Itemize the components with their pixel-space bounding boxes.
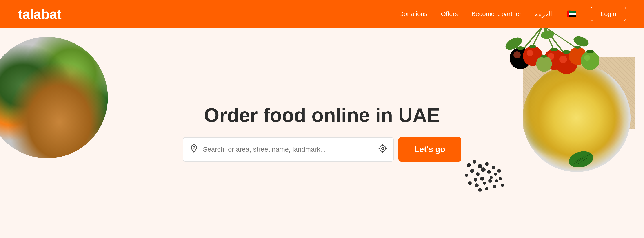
hero-section: Order food online in UAE	[0, 28, 644, 238]
nav-arabic[interactable]: العربية	[535, 10, 552, 18]
svg-point-6	[572, 35, 590, 48]
svg-point-53	[493, 185, 496, 188]
svg-point-41	[474, 178, 477, 181]
svg-point-55	[497, 169, 501, 172]
basil-decoration	[568, 149, 594, 168]
svg-point-51	[478, 188, 482, 192]
svg-point-25	[586, 50, 594, 53]
login-button[interactable]: Login	[591, 7, 626, 21]
svg-point-45	[474, 183, 478, 187]
svg-point-34	[478, 164, 482, 168]
svg-point-42	[487, 170, 491, 174]
svg-point-38	[485, 162, 488, 166]
svg-point-49	[488, 179, 492, 183]
svg-point-56	[501, 184, 504, 187]
svg-point-39	[465, 174, 468, 177]
svg-point-50	[495, 179, 498, 182]
location-pin-icon	[190, 144, 198, 155]
hero-title: Order food online in UAE	[204, 104, 440, 126]
svg-point-52	[485, 187, 488, 190]
svg-point-57	[193, 146, 195, 148]
search-input[interactable]	[203, 146, 374, 153]
svg-point-16	[559, 56, 567, 63]
svg-point-32	[467, 163, 471, 167]
nav-become-partner[interactable]: Become a partner	[472, 10, 522, 18]
svg-point-59	[380, 146, 386, 152]
svg-point-58	[382, 147, 384, 150]
svg-point-35	[470, 169, 474, 173]
logo[interactable]: talabat	[18, 6, 61, 22]
search-box	[183, 137, 394, 161]
svg-point-54	[498, 177, 502, 180]
svg-point-26	[541, 55, 547, 58]
svg-point-46	[483, 181, 486, 185]
svg-point-43	[490, 176, 493, 179]
svg-point-37	[481, 167, 486, 172]
gps-icon[interactable]	[378, 144, 387, 155]
main-nav: Donations Offers Become a partner العربي…	[399, 7, 626, 21]
search-row: Let's go	[183, 137, 461, 161]
svg-point-10	[514, 51, 521, 59]
svg-point-19	[584, 55, 590, 61]
lets-go-button[interactable]: Let's go	[398, 137, 461, 161]
svg-point-12	[527, 50, 533, 56]
svg-point-36	[476, 172, 480, 176]
svg-point-24	[562, 50, 570, 54]
svg-point-21	[516, 46, 524, 50]
svg-point-18	[581, 51, 599, 70]
svg-point-20	[536, 56, 552, 72]
main-header: talabat Donations Offers Become a partne…	[0, 0, 644, 28]
nav-offers[interactable]: Offers	[441, 10, 458, 18]
hero-content: Order food online in UAE	[183, 104, 461, 162]
tomatoes-decoration	[487, 28, 599, 98]
svg-point-33	[472, 160, 476, 163]
peppercorns-decoration	[464, 158, 509, 195]
svg-point-44	[468, 181, 472, 185]
svg-point-47	[492, 166, 495, 169]
svg-point-22	[529, 45, 536, 48]
svg-point-40	[480, 177, 484, 181]
country-flag[interactable]: 🇦🇪	[566, 8, 577, 20]
svg-point-23	[550, 48, 558, 51]
svg-point-27	[574, 46, 581, 49]
food-image-left	[0, 37, 108, 158]
svg-point-48	[494, 172, 497, 176]
nav-donations[interactable]: Donations	[399, 10, 428, 18]
